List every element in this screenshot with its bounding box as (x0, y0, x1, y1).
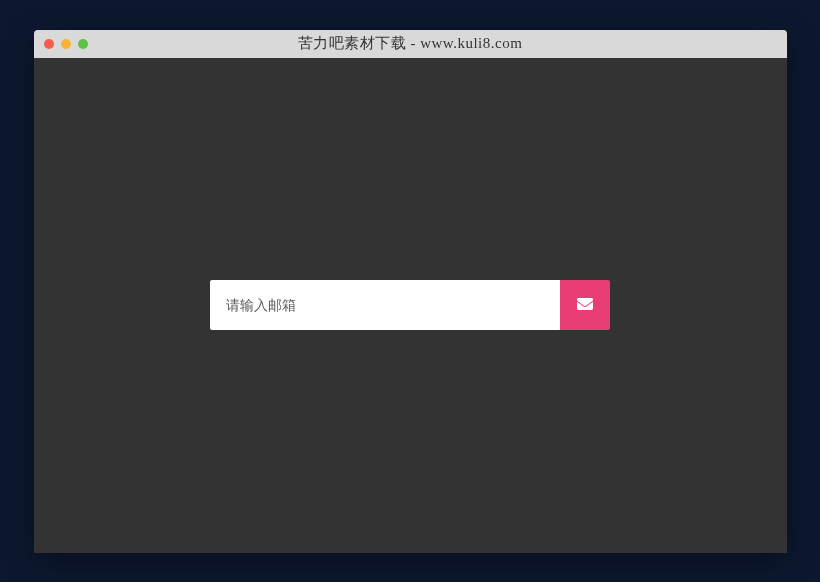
maximize-icon[interactable] (78, 39, 88, 49)
window-title: 苦力吧素材下载 - www.kuli8.com (34, 34, 787, 53)
content-area (34, 58, 787, 553)
title-bar: 苦力吧素材下载 - www.kuli8.com (34, 30, 787, 58)
traffic-lights (34, 39, 88, 49)
browser-window: 苦力吧素材下载 - www.kuli8.com (34, 30, 787, 553)
minimize-icon[interactable] (61, 39, 71, 49)
email-form (210, 280, 610, 330)
envelope-icon (577, 296, 593, 315)
submit-button[interactable] (560, 280, 610, 330)
close-icon[interactable] (44, 39, 54, 49)
email-input[interactable] (210, 280, 560, 330)
